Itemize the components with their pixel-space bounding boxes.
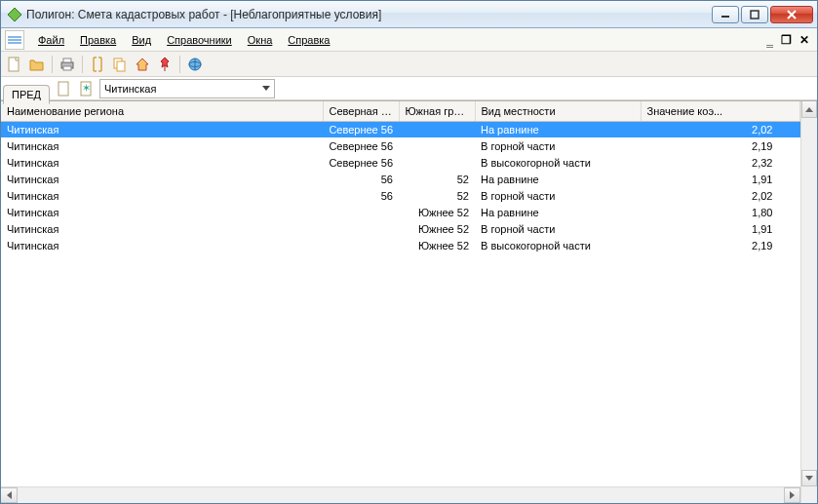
minimize-button[interactable] — [712, 6, 739, 23]
cell-north[interactable] — [323, 204, 399, 220]
vertical-scrollbar[interactable] — [800, 101, 817, 503]
cell-region[interactable]: Читинская — [1, 154, 323, 171]
grid-header-row: Наименование региона Северная г... Южная… — [1, 101, 800, 121]
window-title: Полигон: Смета кадастровых работ - [Небл… — [26, 8, 712, 21]
cell-region[interactable]: Читинская — [1, 121, 323, 137]
copy-doc-icon[interactable] — [110, 55, 130, 74]
cell-coef[interactable]: 1,80 — [641, 204, 800, 220]
cell-terrain[interactable]: В горной части — [475, 187, 641, 204]
cell-north[interactable]: 56 — [323, 171, 399, 187]
new-doc-icon[interactable] — [5, 55, 24, 74]
cell-south[interactable]: Южнее 52 — [399, 237, 475, 253]
table-row[interactable]: ЧитинскаяЮжнее 52В горной части1,91 — [1, 220, 800, 237]
col-coef[interactable]: Значение коэ... — [641, 101, 800, 121]
cell-south[interactable] — [399, 154, 475, 171]
globe-icon[interactable] — [185, 55, 205, 74]
cell-coef[interactable]: 2,02 — [641, 187, 800, 204]
cell-coef[interactable]: 2,02 — [641, 121, 800, 137]
home-icon[interactable] — [133, 55, 152, 74]
mdi-restore-button[interactable]: ❐ — [777, 33, 796, 47]
page-icon[interactable] — [55, 79, 74, 98]
cell-coef[interactable]: 1,91 — [641, 220, 800, 237]
cell-south[interactable] — [399, 137, 475, 154]
table-row[interactable]: ЧитинскаяЮжнее 52В высокогорной части2,1… — [1, 237, 800, 253]
cell-region[interactable]: Читинская — [1, 204, 323, 220]
app-icon — [7, 7, 22, 22]
table-row[interactable]: Читинская5652В горной части2,02 — [1, 187, 800, 204]
data-grid: Наименование региона Северная г... Южная… — [1, 100, 817, 503]
mdi-minimize-button[interactable]: ‗ — [762, 33, 777, 47]
col-terrain[interactable]: Вид местности — [475, 101, 641, 121]
cell-north[interactable]: 56 — [323, 187, 399, 204]
cell-south[interactable]: 52 — [399, 171, 475, 187]
table-row[interactable]: Читинская5652На равнине1,91 — [1, 171, 800, 187]
cell-north[interactable]: Севернее 56 — [323, 121, 399, 137]
cell-coef[interactable]: 1,91 — [641, 171, 800, 187]
cell-south[interactable] — [399, 121, 475, 137]
cell-south[interactable]: 52 — [399, 187, 475, 204]
toolbar-separator — [179, 56, 180, 73]
menubar: Файл Правка Вид Справочники Окна Справка… — [1, 28, 817, 52]
cell-terrain[interactable]: На равнине — [475, 171, 641, 187]
svg-rect-10 — [117, 61, 125, 71]
cell-coef[interactable]: 2,19 — [641, 237, 800, 253]
cell-region[interactable]: Читинская — [1, 237, 323, 253]
cell-region[interactable]: Читинская — [1, 171, 323, 187]
svg-rect-8 — [63, 66, 71, 70]
cell-south[interactable]: Южнее 52 — [399, 204, 475, 220]
cell-coef[interactable]: 2,32 — [641, 154, 800, 171]
cell-north[interactable] — [323, 220, 399, 237]
menu-dict[interactable]: Справочники — [159, 31, 240, 49]
cell-north[interactable]: Севернее 56 — [323, 154, 399, 171]
cell-terrain[interactable]: На равнине — [475, 204, 641, 220]
scroll-right-button[interactable] — [784, 487, 800, 503]
menu-file[interactable]: Файл — [30, 31, 72, 49]
scroll-up-button[interactable] — [801, 101, 817, 118]
col-region[interactable]: Наименование региона — [1, 101, 323, 121]
cell-north[interactable]: Севернее 56 — [323, 137, 399, 154]
toolbar-separator — [82, 56, 83, 73]
svg-rect-2 — [751, 11, 759, 19]
menu-view[interactable]: Вид — [124, 31, 159, 49]
close-button[interactable] — [770, 6, 813, 23]
col-south[interactable]: Южная гра... — [399, 101, 475, 121]
cell-terrain[interactable]: В горной части — [475, 137, 641, 154]
cell-terrain[interactable]: На равнине — [475, 121, 641, 137]
horizontal-scrollbar[interactable] — [1, 486, 800, 503]
region-combo[interactable]: Читинская — [99, 79, 275, 98]
table-row[interactable]: ЧитинскаяСевернее 56На равнине2,02 — [1, 121, 800, 137]
chevron-down-icon — [262, 86, 270, 91]
pin-icon[interactable] — [155, 55, 175, 74]
cell-terrain[interactable]: В высокогорной части — [475, 237, 641, 253]
menu-edit[interactable]: Правка — [72, 31, 124, 49]
cell-south[interactable]: Южнее 52 — [399, 220, 475, 237]
bracket-icon[interactable] — [88, 55, 107, 74]
maximize-button[interactable] — [741, 6, 768, 23]
mdi-system-icon[interactable] — [5, 30, 24, 50]
table-row[interactable]: ЧитинскаяСевернее 56В горной части2,19 — [1, 137, 800, 154]
cell-terrain[interactable]: В высокогорной части — [475, 154, 641, 171]
scroll-left-button[interactable] — [1, 487, 18, 503]
cell-terrain[interactable]: В горной части — [475, 220, 641, 237]
cell-region[interactable]: Читинская — [1, 187, 323, 204]
scroll-track-v[interactable] — [801, 118, 817, 470]
col-north[interactable]: Северная г... — [323, 101, 399, 121]
main-toolbar — [1, 52, 817, 77]
scroll-down-button[interactable] — [801, 470, 817, 486]
tab-pred[interactable]: ПРЕД — [3, 85, 50, 104]
table-row[interactable]: ЧитинскаяЮжнее 52На равнине1,80 — [1, 204, 800, 220]
menu-help[interactable]: Справка — [280, 31, 337, 49]
toolbar-separator — [52, 56, 53, 73]
cell-coef[interactable]: 2,19 — [641, 137, 800, 154]
cell-north[interactable] — [323, 237, 399, 253]
printer-icon[interactable] — [58, 55, 77, 74]
cell-region[interactable]: Читинская — [1, 220, 323, 237]
svg-rect-16 — [58, 82, 68, 96]
new-page-icon[interactable]: ✶ — [77, 79, 97, 98]
cell-region[interactable]: Читинская — [1, 137, 323, 154]
mdi-close-button[interactable]: ✕ — [796, 33, 813, 47]
menu-windows[interactable]: Окна — [240, 31, 281, 49]
titlebar[interactable]: Полигон: Смета кадастровых работ - [Небл… — [1, 1, 817, 28]
open-folder-icon[interactable] — [27, 55, 47, 74]
table-row[interactable]: ЧитинскаяСевернее 56В высокогорной части… — [1, 154, 800, 171]
